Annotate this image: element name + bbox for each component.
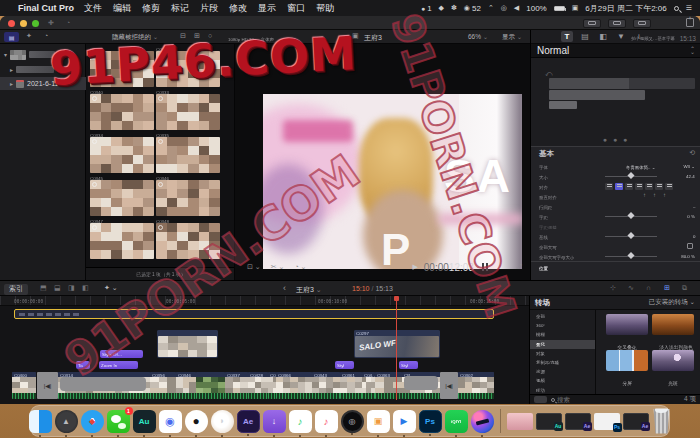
browser-clip[interactable]: [90, 51, 154, 87]
library-subitem[interactable]: ▸: [0, 63, 86, 76]
dock-photoshop-icon[interactable]: Ps: [419, 410, 442, 433]
timeline-clip[interactable]: |◀|: [37, 372, 58, 399]
selected-title-clip[interactable]: [14, 309, 494, 319]
toggle-inspector-button[interactable]: [633, 19, 651, 28]
browser-clip[interactable]: [156, 223, 220, 259]
list-view-icon[interactable]: ⊞: [194, 32, 200, 40]
keyword-icon[interactable]: ✦: [26, 32, 32, 40]
transition-category-7[interactable]: 视频: [530, 376, 596, 385]
trash-icon[interactable]: [652, 409, 672, 434]
inspector-tab-1[interactable]: ▤: [579, 31, 591, 42]
trim-icon[interactable]: ⊹: [610, 284, 616, 292]
valign-button-2[interactable]: ↑: [663, 192, 666, 198]
transition-category-5[interactable]: 复制器/克隆: [530, 358, 596, 367]
crop-tool-dropdown[interactable]: ⊡ ⌄: [247, 263, 261, 271]
minimized-window-2[interactable]: Ae: [565, 413, 591, 430]
transition-category-6[interactable]: 光源: [530, 367, 596, 376]
audio-meter-icon[interactable]: [482, 263, 484, 271]
menu-item-2[interactable]: 修剪: [142, 2, 160, 15]
align-button-4[interactable]: [645, 183, 653, 190]
status-item-mirror-5[interactable]: ◎: [501, 4, 507, 12]
browser-clip[interactable]: [156, 51, 220, 87]
menu-item-3[interactable]: 标记: [171, 2, 189, 15]
menubar-app-name[interactable]: Final Cut Pro: [18, 3, 74, 13]
viewer-view-dropdown[interactable]: 显示 ⌄: [502, 33, 522, 42]
menu-item-7[interactable]: 窗口: [287, 2, 305, 15]
transition-category-1[interactable]: 360°: [530, 321, 596, 330]
audio-skimming-icon[interactable]: ∩: [646, 284, 651, 291]
menu-item-8[interactable]: 帮助: [316, 2, 334, 15]
transition-category-0[interactable]: 全部: [530, 312, 596, 321]
menu-item-1[interactable]: 编辑: [113, 2, 131, 15]
align-button-1[interactable]: [615, 183, 623, 190]
timeline-clip[interactable]: [196, 372, 225, 399]
timeline-clip-C0337[interactable]: C0337: [225, 372, 248, 399]
timeline-clip-C0361[interactable]: C0361: [340, 372, 362, 399]
dock-wechat-icon[interactable]: 1: [107, 410, 130, 433]
align-button-6[interactable]: [665, 183, 673, 190]
browser-search-icon[interactable]: ○: [208, 32, 212, 39]
tool-menu[interactable]: ✦ ⌄: [104, 284, 118, 292]
browser-clip[interactable]: [156, 137, 220, 173]
timeline-clip-C0343[interactable]: C0343: [312, 372, 340, 399]
browser-clip[interactable]: [156, 180, 220, 216]
menu-item-4[interactable]: 片段: [200, 2, 218, 15]
censored-text-line[interactable]: [549, 78, 695, 89]
background-tasks-icon[interactable]: ◔: [66, 19, 70, 26]
censored-text-line[interactable]: [549, 90, 645, 100]
minimized-window-3[interactable]: Ps: [594, 413, 620, 430]
play-button[interactable]: ▶: [412, 263, 417, 271]
timeline-clip-C0400[interactable]: C0400: [12, 372, 36, 399]
transition-item-1[interactable]: [652, 314, 694, 335]
dock-blue-knot-app-icon[interactable]: ◉: [159, 410, 182, 433]
browser-clip[interactable]: [90, 137, 154, 173]
transition-category-4[interactable]: 对象: [530, 349, 596, 358]
dock-qq-music-icon[interactable]: ♪: [289, 410, 312, 433]
slider-track[interactable]: [605, 216, 657, 217]
align-button-2[interactable]: [625, 183, 633, 190]
transition-item-0[interactable]: [606, 314, 648, 335]
status-item-app-dot-0[interactable]: ●1: [421, 4, 432, 13]
title-pill[interactable]: Styl: [335, 361, 354, 369]
status-item-text-10[interactable]: 6月29日 周二 下午2:06: [585, 3, 666, 14]
toggle-timeline-button[interactable]: [608, 19, 626, 28]
dock-launchpad-icon[interactable]: ▲: [55, 410, 78, 433]
slider-knob[interactable]: [627, 252, 634, 259]
timeline-clip-C0428[interactable]: C0428: [248, 372, 268, 399]
minimized-window-4[interactable]: Ae: [623, 413, 649, 430]
minimized-window-0[interactable]: [507, 413, 533, 430]
censored-text-line[interactable]: [549, 101, 577, 109]
dock-camera-lens-app-icon[interactable]: ◎: [341, 410, 364, 433]
menu-item-0[interactable]: 文件: [84, 2, 102, 15]
slider-knob[interactable]: [627, 172, 634, 179]
dock-apple-music-icon[interactable]: ♪: [315, 410, 338, 433]
status-item-battery-8[interactable]: [554, 6, 565, 11]
close-button[interactable]: [8, 20, 15, 27]
transition-item-3[interactable]: [652, 350, 694, 371]
browser-toggle-chip[interactable]: [534, 396, 547, 403]
transition-category-8[interactable]: 移动: [530, 386, 596, 394]
transition-category-3[interactable]: 叠化: [530, 340, 596, 349]
project-title-dropdown[interactable]: 王府3 ⌄: [296, 285, 322, 295]
inspector-tab-text[interactable]: T: [561, 31, 573, 42]
playhead[interactable]: [396, 296, 397, 400]
toggle-browser-button[interactable]: [583, 19, 601, 28]
timeline-clip-C0346[interactable]: C0346: [176, 372, 196, 399]
timeline-pane[interactable]: 00:00:00:0000:00:05:0000:00:10:0000:00:1…: [0, 296, 530, 404]
transform-tool-dropdown[interactable]: ✂ ⌄: [271, 263, 285, 271]
timeline-clip-C0363[interactable]: C0363: [375, 372, 402, 399]
installed-transitions-dropdown[interactable]: 已安装的转场 ⌄: [649, 298, 695, 307]
browser-clip[interactable]: [156, 94, 220, 130]
tasks-icon[interactable]: ◔: [44, 32, 48, 39]
stepper-icon[interactable]: ⌃⌄: [690, 48, 695, 54]
title-pill[interactable]: Styl: [399, 361, 418, 369]
dock-downie-icon[interactable]: ↓: [263, 410, 286, 433]
transition-category-2[interactable]: 模糊: [530, 330, 596, 339]
skimming-icon[interactable]: ∿: [628, 284, 634, 292]
slider-knob[interactable]: [627, 232, 634, 239]
transitions-search-input[interactable]: [557, 396, 647, 403]
import-icon[interactable]: ✚: [48, 19, 54, 27]
menu-item-6[interactable]: 显示: [258, 2, 276, 15]
connect-clip-icon[interactable]: ⬒: [40, 284, 47, 292]
browser-filter-dropdown[interactable]: 隐藏被拒绝的 ⌄: [112, 33, 158, 42]
